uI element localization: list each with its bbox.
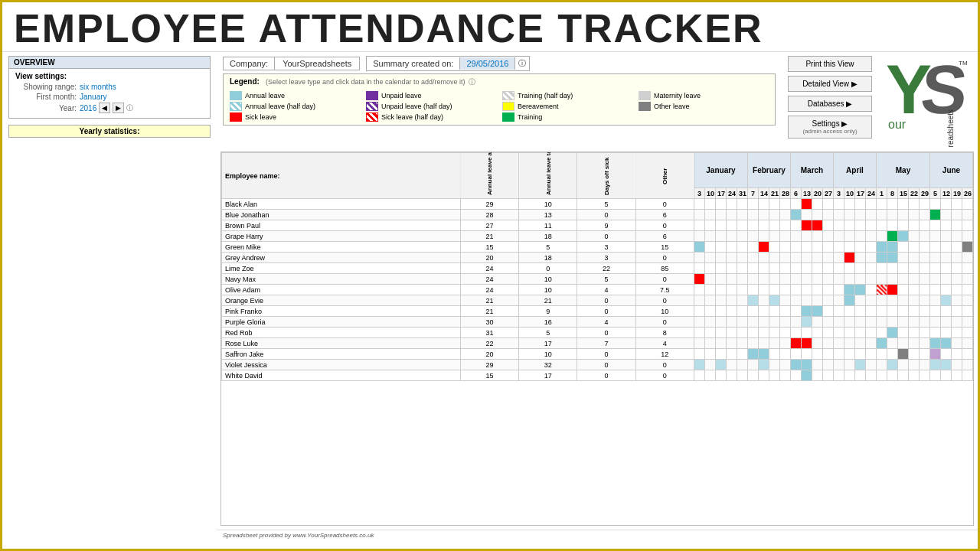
cal-cell[interactable] bbox=[759, 306, 769, 317]
cal-cell[interactable] bbox=[780, 220, 791, 231]
cal-cell[interactable] bbox=[844, 285, 855, 295]
cal-cell[interactable] bbox=[759, 328, 769, 338]
cal-cell[interactable] bbox=[834, 306, 844, 317]
cal-cell[interactable] bbox=[737, 317, 748, 328]
cal-cell[interactable] bbox=[748, 274, 759, 285]
cal-cell[interactable] bbox=[694, 370, 705, 381]
cal-cell[interactable] bbox=[705, 370, 716, 381]
cal-cell[interactable] bbox=[705, 285, 716, 295]
cal-cell[interactable] bbox=[941, 370, 952, 381]
cal-cell[interactable] bbox=[780, 328, 791, 338]
cal-cell[interactable] bbox=[877, 360, 887, 370]
cal-cell[interactable] bbox=[769, 210, 780, 220]
cal-cell[interactable] bbox=[920, 263, 930, 274]
cal-cell[interactable] bbox=[769, 274, 780, 285]
cal-cell[interactable] bbox=[780, 263, 791, 274]
cal-cell[interactable] bbox=[748, 349, 759, 360]
cal-cell[interactable] bbox=[920, 306, 930, 317]
cal-cell[interactable] bbox=[866, 263, 877, 274]
cal-cell[interactable] bbox=[962, 285, 973, 295]
cal-cell[interactable] bbox=[791, 285, 802, 295]
cal-cell[interactable] bbox=[802, 210, 812, 220]
cal-cell[interactable] bbox=[802, 338, 812, 349]
cal-cell[interactable] bbox=[877, 220, 887, 231]
cal-cell[interactable] bbox=[716, 328, 727, 338]
cal-cell[interactable] bbox=[898, 360, 909, 370]
cal-cell[interactable] bbox=[877, 274, 887, 285]
cal-cell[interactable] bbox=[791, 295, 802, 306]
cal-cell[interactable] bbox=[887, 231, 898, 242]
cal-cell[interactable] bbox=[898, 263, 909, 274]
cal-cell[interactable] bbox=[962, 220, 973, 231]
cal-cell[interactable] bbox=[769, 253, 780, 263]
cal-cell[interactable] bbox=[802, 349, 812, 360]
cal-cell[interactable] bbox=[812, 306, 823, 317]
cal-cell[interactable] bbox=[877, 210, 887, 220]
cal-cell[interactable] bbox=[769, 349, 780, 360]
cal-cell[interactable] bbox=[866, 285, 877, 295]
cal-cell[interactable] bbox=[737, 285, 748, 295]
cal-cell[interactable] bbox=[930, 220, 941, 231]
cal-cell[interactable] bbox=[941, 349, 952, 360]
cal-cell[interactable] bbox=[727, 210, 737, 220]
cal-cell[interactable] bbox=[855, 328, 866, 338]
cal-cell[interactable] bbox=[909, 349, 920, 360]
cal-cell[interactable] bbox=[823, 210, 834, 220]
cal-cell[interactable] bbox=[759, 295, 769, 306]
cal-cell[interactable] bbox=[727, 370, 737, 381]
cal-cell[interactable] bbox=[887, 295, 898, 306]
cal-cell[interactable] bbox=[705, 349, 716, 360]
cal-cell[interactable] bbox=[898, 328, 909, 338]
cal-cell[interactable] bbox=[887, 210, 898, 220]
cal-cell[interactable] bbox=[952, 242, 962, 253]
cal-cell[interactable] bbox=[909, 220, 920, 231]
cal-cell[interactable] bbox=[887, 274, 898, 285]
cal-cell[interactable] bbox=[877, 338, 887, 349]
cal-cell[interactable] bbox=[823, 220, 834, 231]
cal-cell[interactable] bbox=[780, 199, 791, 210]
cal-cell[interactable] bbox=[909, 328, 920, 338]
cal-cell[interactable] bbox=[705, 317, 716, 328]
cal-cell[interactable] bbox=[759, 370, 769, 381]
cal-cell[interactable] bbox=[759, 199, 769, 210]
cal-cell[interactable] bbox=[727, 317, 737, 328]
cal-cell[interactable] bbox=[748, 285, 759, 295]
cal-cell[interactable] bbox=[844, 231, 855, 242]
cal-cell[interactable] bbox=[855, 220, 866, 231]
cal-cell[interactable] bbox=[791, 231, 802, 242]
cal-cell[interactable] bbox=[930, 242, 941, 253]
cal-cell[interactable] bbox=[941, 210, 952, 220]
cal-cell[interactable] bbox=[866, 328, 877, 338]
cal-cell[interactable] bbox=[898, 295, 909, 306]
cal-cell[interactable] bbox=[823, 274, 834, 285]
cal-cell[interactable] bbox=[716, 210, 727, 220]
cal-cell[interactable] bbox=[866, 253, 877, 263]
cal-cell[interactable] bbox=[941, 263, 952, 274]
cal-cell[interactable] bbox=[834, 349, 844, 360]
cal-cell[interactable] bbox=[823, 242, 834, 253]
cal-cell[interactable] bbox=[844, 295, 855, 306]
cal-cell[interactable] bbox=[791, 220, 802, 231]
cal-cell[interactable] bbox=[716, 306, 727, 317]
cal-cell[interactable] bbox=[898, 231, 909, 242]
cal-cell[interactable] bbox=[877, 370, 887, 381]
cal-cell[interactable] bbox=[694, 285, 705, 295]
cal-cell[interactable] bbox=[769, 285, 780, 295]
cal-cell[interactable] bbox=[759, 231, 769, 242]
cal-cell[interactable] bbox=[844, 349, 855, 360]
cal-cell[interactable] bbox=[909, 338, 920, 349]
cal-cell[interactable] bbox=[920, 360, 930, 370]
cal-cell[interactable] bbox=[694, 242, 705, 253]
cal-cell[interactable] bbox=[727, 199, 737, 210]
cal-cell[interactable] bbox=[737, 263, 748, 274]
cal-cell[interactable] bbox=[920, 370, 930, 381]
cal-cell[interactable] bbox=[952, 220, 962, 231]
cal-cell[interactable] bbox=[898, 199, 909, 210]
cal-cell[interactable] bbox=[727, 274, 737, 285]
cal-cell[interactable] bbox=[812, 231, 823, 242]
cal-cell[interactable] bbox=[737, 328, 748, 338]
cal-cell[interactable] bbox=[844, 370, 855, 381]
cal-cell[interactable] bbox=[834, 210, 844, 220]
cal-cell[interactable] bbox=[748, 210, 759, 220]
cal-cell[interactable] bbox=[727, 328, 737, 338]
